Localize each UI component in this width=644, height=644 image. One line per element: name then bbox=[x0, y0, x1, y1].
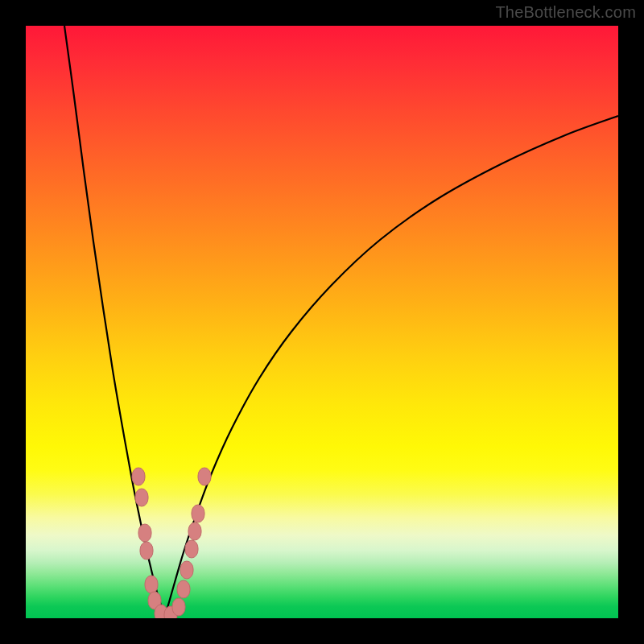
data-marker bbox=[140, 542, 153, 559]
data-marker bbox=[192, 505, 204, 522]
watermark-text: TheBottleneck.com bbox=[495, 3, 636, 22]
data-marker bbox=[132, 468, 145, 485]
curve-right-branch bbox=[164, 116, 618, 618]
plot-area bbox=[26, 26, 618, 618]
data-marker bbox=[198, 468, 211, 485]
data-marker bbox=[188, 522, 201, 540]
chart-frame: TheBottleneck.com bbox=[0, 0, 644, 644]
data-marker bbox=[145, 576, 158, 593]
data-marker bbox=[177, 580, 190, 598]
data-marker bbox=[138, 524, 151, 542]
curve-layer bbox=[26, 26, 618, 618]
data-marker bbox=[172, 598, 185, 616]
data-marker bbox=[180, 561, 193, 579]
data-marker bbox=[185, 540, 198, 558]
data-marker bbox=[135, 489, 148, 506]
